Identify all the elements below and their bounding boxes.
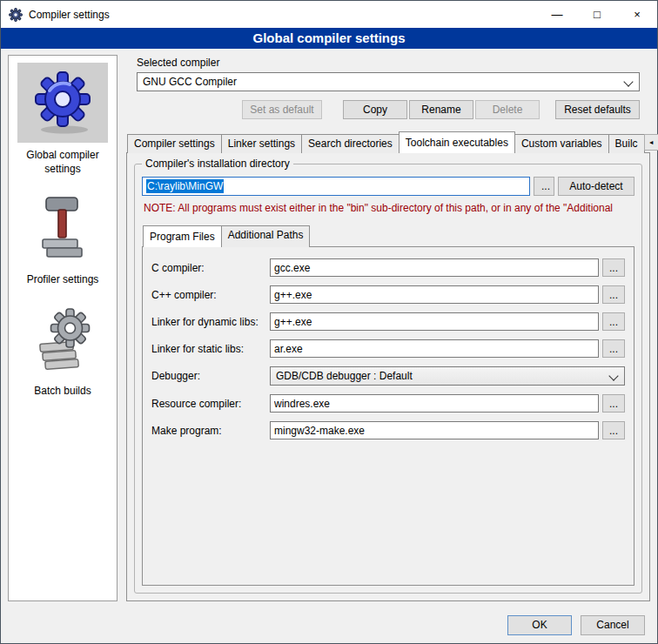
sidebar-item-label: Global compiler settings	[9, 149, 117, 176]
c-compiler-input[interactable]	[270, 258, 599, 277]
toolchain-executables-panel: Compiler's installation directory C:\ray…	[126, 152, 650, 601]
maximize-button[interactable]: □	[577, 1, 617, 28]
note-text: NOTE: All programs must exist either in …	[144, 202, 634, 214]
c-compiler-label: C compiler:	[151, 262, 266, 274]
ok-button[interactable]: OK	[507, 615, 572, 635]
gray-gear-stack-icon	[35, 306, 91, 371]
close-button[interactable]: ×	[617, 1, 657, 28]
titlebar[interactable]: Compiler settings — □ ×	[1, 1, 657, 28]
page-title: Global compiler settings	[1, 28, 657, 49]
dynamic-linker-input[interactable]	[270, 312, 599, 331]
window-title: Compiler settings	[29, 9, 110, 21]
program-files-panel: C compiler: ... C++ compiler: ... Linker…	[142, 246, 634, 586]
main-panel: Selected compiler GNU GCC Compiler Set a…	[126, 55, 650, 601]
profiler-hammer-icon	[37, 194, 88, 260]
subtab-additional-paths[interactable]: Additional Paths	[221, 225, 311, 247]
installation-directory-row: C:\raylib\MinGW ... Auto-detect	[142, 177, 634, 196]
tab-scroll-left-icon[interactable]: ◄	[644, 134, 658, 151]
batch-builds-icon-wrap	[17, 299, 108, 379]
selected-text: C:\raylib\MinGW	[146, 179, 224, 193]
blue-gear-icon	[33, 70, 92, 135]
compiler-settings-window: Compiler settings — □ × Global compiler …	[0, 0, 658, 644]
tab-build-options-truncated[interactable]: Builc	[608, 134, 645, 153]
dynamic-linker-browse-button[interactable]: ...	[602, 312, 625, 331]
installation-directory-input[interactable]: C:\raylib\MinGW	[142, 177, 530, 196]
dialog-footer: OK Cancel	[1, 607, 657, 643]
cpp-compiler-browse-button[interactable]: ...	[602, 285, 625, 304]
resource-compiler-browse-button[interactable]: ...	[602, 394, 625, 413]
make-program-input[interactable]	[270, 421, 599, 439]
resource-compiler-input[interactable]	[270, 394, 599, 413]
delete-button[interactable]: Delete	[475, 100, 540, 119]
set-as-default-button[interactable]: Set as default	[242, 100, 322, 119]
tab-toolchain-executables[interactable]: Toolchain executables	[399, 131, 515, 153]
tab-custom-variables[interactable]: Custom variables	[514, 134, 609, 153]
static-linker-input[interactable]	[270, 339, 599, 358]
dynamic-linker-label: Linker for dynamic libs:	[151, 316, 266, 328]
make-program-browse-button[interactable]: ...	[602, 421, 625, 439]
rename-button[interactable]: Rename	[409, 100, 473, 119]
tab-search-directories[interactable]: Search directories	[301, 134, 400, 153]
static-linker-label: Linker for static libs:	[151, 343, 266, 355]
program-files-form: C compiler: ... C++ compiler: ... Linker…	[151, 258, 625, 439]
groupbox-legend: Compiler's installation directory	[142, 158, 293, 170]
sidebar-item-profiler-settings[interactable]: Profiler settings	[9, 187, 117, 287]
chevron-down-icon	[623, 77, 633, 86]
selected-compiler-value: GNU GCC Compiler	[143, 76, 237, 88]
selected-item-highlight	[17, 63, 108, 143]
make-program-label: Make program:	[151, 425, 266, 437]
cpp-compiler-input[interactable]	[270, 285, 599, 304]
tab-compiler-settings[interactable]: Compiler settings	[127, 134, 222, 153]
auto-detect-button[interactable]: Auto-detect	[558, 177, 634, 196]
chevron-down-icon	[608, 371, 618, 380]
cancel-button[interactable]: Cancel	[581, 615, 645, 635]
program-files-subtabs: Program Files Additional Paths	[142, 225, 634, 247]
resource-compiler-label: Resource compiler:	[151, 398, 266, 410]
sidebar: Global compiler settings Profiler settin…	[8, 55, 118, 601]
c-compiler-browse-button[interactable]: ...	[602, 258, 625, 277]
profiler-icon-wrap	[17, 187, 108, 267]
compiler-buttons-row: Set as default Copy Rename Delete Reset …	[137, 100, 640, 119]
tab-scroll-arrows: ◄ ►	[644, 134, 658, 151]
reset-defaults-button[interactable]: Reset defaults	[555, 100, 640, 119]
sidebar-item-label: Profiler settings	[22, 273, 104, 287]
subtab-program-files[interactable]: Program Files	[143, 225, 222, 247]
window-controls: — □ ×	[537, 1, 657, 28]
app-gear-icon	[9, 8, 23, 22]
selected-compiler-select[interactable]: GNU GCC Compiler	[137, 72, 640, 91]
copy-button[interactable]: Copy	[343, 100, 407, 119]
settings-tabstrip: Compiler settings Linker settings Search…	[126, 131, 650, 153]
debugger-label: Debugger:	[151, 370, 266, 382]
directory-browse-button[interactable]: ...	[534, 177, 554, 196]
static-linker-browse-button[interactable]: ...	[602, 339, 625, 358]
dialog-content: Global compiler settings Profiler settin…	[1, 49, 657, 607]
cpp-compiler-label: C++ compiler:	[151, 289, 266, 301]
selected-compiler-label: Selected compiler	[137, 57, 650, 69]
installation-directory-groupbox: Compiler's installation directory C:\ray…	[134, 164, 642, 594]
sidebar-item-label: Batch builds	[29, 385, 96, 399]
sidebar-item-global-compiler-settings[interactable]: Global compiler settings	[9, 63, 117, 176]
debugger-select[interactable]: GDB/CDB debugger : Default	[270, 366, 625, 386]
minimize-button[interactable]: —	[537, 1, 577, 28]
tab-linker-settings[interactable]: Linker settings	[221, 134, 302, 153]
debugger-value: GDB/CDB debugger : Default	[276, 370, 413, 382]
sidebar-item-batch-builds[interactable]: Batch builds	[9, 299, 117, 399]
